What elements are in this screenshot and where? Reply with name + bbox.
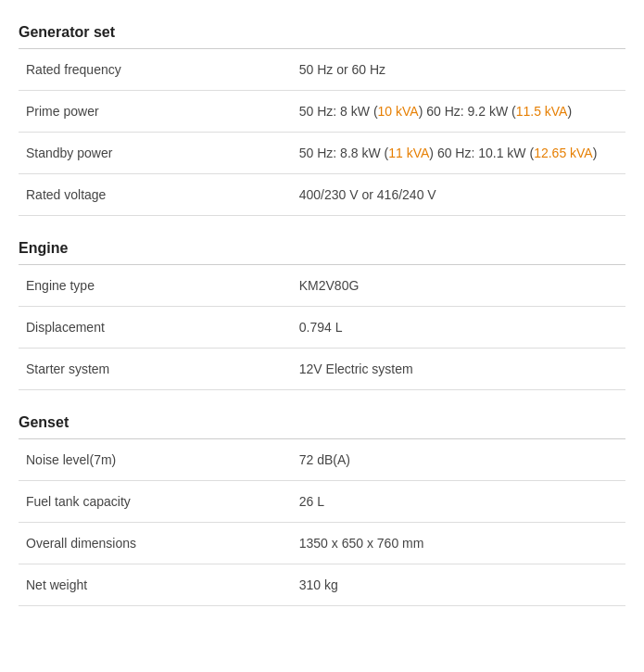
spec-table-genset: Noise level(7m)72 dB(A)Fuel tank capacit…: [19, 439, 625, 606]
spec-label: Starter system: [19, 349, 292, 390]
highlighted-value: 11.5 kVA: [516, 104, 568, 119]
spec-value: 50 Hz or 60 Hz: [292, 49, 625, 91]
table-row: Rated voltage400/230 V or 416/240 V: [19, 174, 625, 216]
highlighted-value: 12.65 kVA: [534, 146, 593, 160]
spec-label: Overall dimensions: [19, 523, 292, 564]
spec-value: 50 Hz: 8 kW (10 kVA) 60 Hz: 9.2 kW (11.5…: [292, 91, 625, 133]
spec-value: 310 kg: [292, 564, 625, 606]
table-row: Standby power50 Hz: 8.8 kW (11 kVA) 60 H…: [19, 133, 625, 174]
spec-value: 72 dB(A): [292, 439, 625, 481]
spec-label: Engine type: [19, 265, 292, 307]
spec-label: Rated voltage: [19, 174, 292, 216]
highlighted-value: 11 kVA: [388, 146, 429, 160]
spec-value: 1350 x 650 x 760 mm: [292, 523, 625, 564]
spec-value: KM2V80G: [292, 265, 625, 307]
spec-label: Standby power: [19, 133, 292, 174]
spec-page: Generator setRated frequency50 Hz or 60 …: [19, 15, 625, 621]
spec-value: 400/230 V or 416/240 V: [292, 174, 625, 216]
spec-value: 50 Hz: 8.8 kW (11 kVA) 60 Hz: 10.1 kW (1…: [292, 133, 625, 174]
section-header-genset: Genset: [19, 405, 625, 439]
table-row: Net weight310 kg: [19, 564, 625, 606]
spec-label: Prime power: [19, 91, 292, 133]
table-row: Fuel tank capacity26 L: [19, 481, 625, 523]
spec-label: Noise level(7m): [19, 439, 292, 481]
table-row: Displacement0.794 L: [19, 307, 625, 349]
highlighted-value: 10 kVA: [378, 104, 419, 119]
table-row: Starter system12V Electric system: [19, 349, 625, 390]
section-header-engine: Engine: [19, 231, 625, 265]
table-row: Noise level(7m)72 dB(A): [19, 439, 625, 481]
section-header-generator-set: Generator set: [19, 15, 625, 49]
spec-value: 0.794 L: [292, 307, 625, 349]
spec-value: 12V Electric system: [292, 349, 625, 390]
spec-table-engine: Engine typeKM2V80GDisplacement0.794 LSta…: [19, 265, 625, 390]
spec-label: Rated frequency: [19, 49, 292, 91]
table-row: Overall dimensions1350 x 650 x 760 mm: [19, 523, 625, 564]
table-row: Prime power50 Hz: 8 kW (10 kVA) 60 Hz: 9…: [19, 91, 625, 133]
table-row: Engine typeKM2V80G: [19, 265, 625, 307]
spec-label: Fuel tank capacity: [19, 481, 292, 523]
spec-table-generator-set: Rated frequency50 Hz or 60 HzPrime power…: [19, 49, 625, 216]
table-row: Rated frequency50 Hz or 60 Hz: [19, 49, 625, 91]
spec-value: 26 L: [292, 481, 625, 523]
spec-label: Net weight: [19, 564, 292, 606]
spec-label: Displacement: [19, 307, 292, 349]
